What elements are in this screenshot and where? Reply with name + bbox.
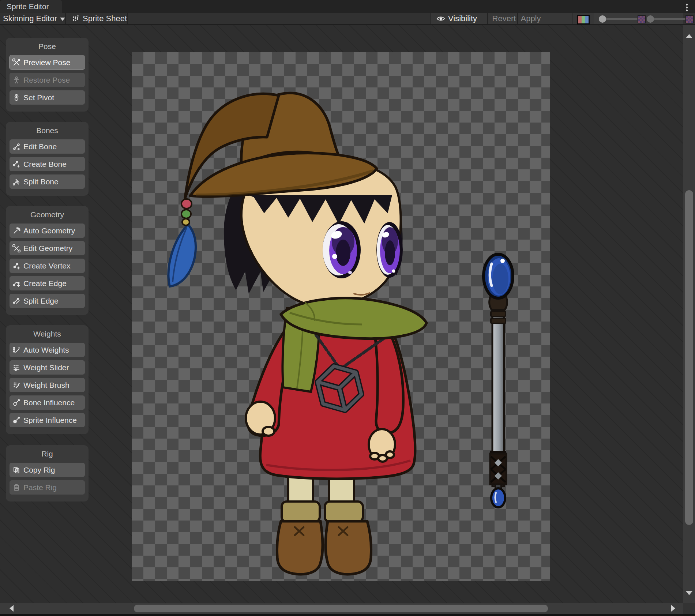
copy-rig-button[interactable]: Copy Rig <box>10 463 85 477</box>
edit-geometry-icon <box>12 244 20 252</box>
create-bone-icon <box>12 160 20 168</box>
scroll-right-icon[interactable] <box>671 605 675 612</box>
set-pivot-button[interactable]: Set Pivot <box>10 90 85 105</box>
split-bone-button[interactable]: Split Bone <box>10 174 85 189</box>
auto-geometry-icon <box>12 227 20 235</box>
create-edge-icon <box>12 279 20 288</box>
skinning-editor-dropdown[interactable]: Skinning Editor <box>3 13 65 24</box>
visibility-button[interactable]: Visibility <box>436 13 477 24</box>
visibility-label: Visibility <box>448 14 477 23</box>
scroll-up-icon[interactable] <box>686 34 692 38</box>
create-bone-button[interactable]: Create Bone <box>10 157 85 171</box>
panel-title: Rig <box>10 450 85 458</box>
panel-title: Geometry <box>10 210 85 219</box>
sprite-canvas[interactable] <box>132 52 550 581</box>
texture-checker-icon <box>685 15 694 23</box>
split-edge-button[interactable]: Split Edge <box>10 294 85 308</box>
toolbar: Skinning Editor Sprite Sheet Visibility <box>0 13 695 25</box>
create-vertex-icon <box>12 262 20 270</box>
create-edge-button[interactable]: Create Edge <box>10 276 85 290</box>
character-sprite <box>132 52 550 581</box>
staff-sprite <box>484 254 513 507</box>
restore-pose-icon <box>12 76 20 84</box>
bone-influence-icon <box>12 399 20 407</box>
kebab-menu-icon[interactable] <box>684 3 689 11</box>
copy-rig-icon <box>12 466 20 474</box>
set-pivot-icon <box>12 94 20 102</box>
slider-track[interactable] <box>602 18 638 20</box>
preview-pose-icon <box>12 59 20 67</box>
hat-feather-ornament <box>169 198 196 286</box>
slider-knob[interactable] <box>647 15 654 23</box>
sprite-editor-window: Sprite Editor Skinning Editor Sprite She… <box>0 0 695 616</box>
witch-hat <box>185 93 377 198</box>
auto-weights-icon <box>12 346 20 354</box>
sprite-sheet-label: Sprite Sheet <box>83 14 127 23</box>
panel-geometry: Geometry Auto Geometry Edit Geometry <box>6 206 89 315</box>
edit-bone-button[interactable]: Edit Bone <box>10 139 85 154</box>
panel-rig: Rig Copy Rig Paste Rig <box>6 445 89 502</box>
auto-weights-button[interactable]: Auto Weights <box>10 343 85 357</box>
edit-geometry-button[interactable]: Edit Geometry <box>10 241 85 255</box>
right-eye <box>376 222 403 278</box>
restore-pose-button[interactable]: Restore Pose <box>10 73 85 87</box>
panel-weights: Weights Auto Weights Weight Slider <box>6 325 89 434</box>
texture-checker-icon <box>638 15 646 23</box>
eye-icon <box>436 15 446 22</box>
scroll-left-icon[interactable] <box>10 605 14 612</box>
vertical-scrollbar[interactable] <box>683 25 695 603</box>
slider-knob[interactable] <box>599 15 606 23</box>
panel-bones: Bones Edit Bone Create Bone <box>6 122 89 196</box>
paste-rig-button[interactable]: Paste Rig <box>10 480 85 495</box>
sprite-influence-icon <box>12 416 20 424</box>
vertical-scroll-thumb[interactable] <box>685 190 693 525</box>
preview-pose-button[interactable]: Preview Pose <box>10 55 85 70</box>
weight-brush-button[interactable]: Weight Brush <box>10 378 85 392</box>
sprite-sheet-button[interactable]: Sprite Sheet <box>72 13 127 24</box>
sprite-influence-button[interactable]: Sprite Influence <box>10 413 85 427</box>
left-eye <box>323 221 361 278</box>
panel-title: Pose <box>10 42 85 51</box>
tab-sprite-editor[interactable]: Sprite Editor <box>0 0 62 13</box>
opacity-slider-1[interactable] <box>599 13 645 24</box>
chevron-down-icon <box>60 18 65 21</box>
horizontal-scroll-thumb[interactable] <box>134 605 548 612</box>
auto-geometry-button[interactable]: Auto Geometry <box>10 224 85 238</box>
split-edge-icon <box>12 297 20 305</box>
skinning-workspace[interactable]: Pose Preview Pose Restore Pose S <box>0 25 683 603</box>
revert-button[interactable]: Revert <box>491 13 517 24</box>
panel-pose: Pose Preview Pose Restore Pose S <box>6 38 89 112</box>
window-tab-bar: Sprite Editor <box>0 0 695 13</box>
panel-title: Bones <box>10 126 85 135</box>
horizontal-scrollbar[interactable] <box>0 603 683 614</box>
opacity-slider-2[interactable] <box>647 13 693 24</box>
split-bone-icon <box>12 178 20 186</box>
weight-brush-icon <box>12 381 20 389</box>
window-bottom-edge <box>0 614 695 616</box>
skinning-editor-label: Skinning Editor <box>3 14 57 23</box>
apply-button[interactable]: Apply <box>519 13 542 24</box>
create-vertex-button[interactable]: Create Vertex <box>10 259 85 273</box>
bone-influence-button[interactable]: Bone Influence <box>10 395 85 410</box>
sprite-sheet-icon <box>72 15 80 23</box>
weight-slider-button[interactable]: Weight Slider <box>10 360 85 375</box>
slider-track[interactable] <box>650 18 685 20</box>
paste-rig-icon <box>12 484 20 492</box>
scroll-down-icon[interactable] <box>686 591 692 595</box>
weight-slider-icon <box>12 364 20 372</box>
edit-bone-icon <box>12 143 20 151</box>
panel-title: Weights <box>10 330 85 338</box>
rgb-swatch-icon[interactable] <box>577 15 590 25</box>
